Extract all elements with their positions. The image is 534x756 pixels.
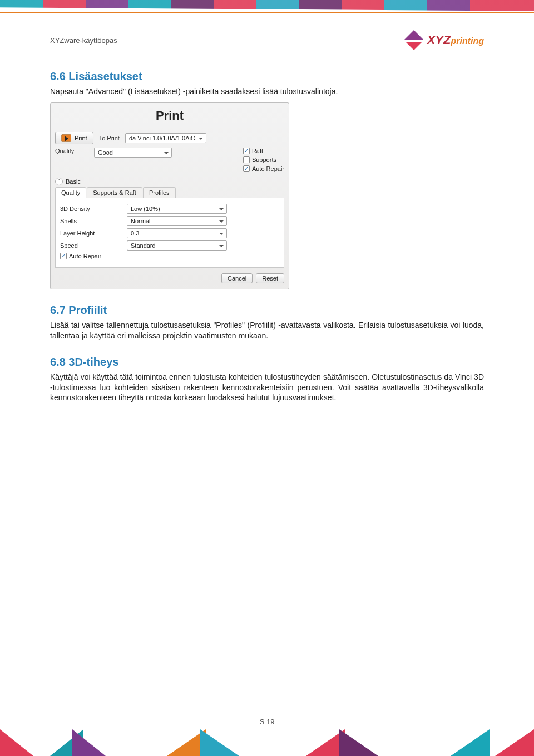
layer-height-select[interactable]: 0.3	[127, 228, 227, 238]
section-6-7-body: Lisää tai valitse tallennettuja tulostus…	[50, 320, 484, 341]
autorepair-label: Auto Repair	[252, 165, 284, 172]
checkbox-icon: ✓	[243, 165, 250, 172]
logo-text-main: XYZ	[427, 33, 451, 47]
printer-select[interactable]: da Vinci 1.0/1.0A/1.0AiO	[125, 133, 206, 143]
checkbox-icon: ✓	[243, 148, 250, 154]
checkbox-icon	[243, 156, 250, 163]
supports-checkbox[interactable]: Supports	[243, 156, 284, 163]
inner-autorepair-label: Auto Repair	[69, 253, 101, 259]
section-6-6-title: 6.6 Lisäasetukset	[50, 70, 484, 83]
section-6-6-body: Napsauta "Advanced" (Lisäasetukset) -pai…	[50, 86, 484, 97]
play-icon	[61, 134, 71, 142]
autorepair-checkbox[interactable]: ✓ Auto Repair	[243, 165, 284, 172]
raft-label: Raft	[252, 148, 263, 154]
shells-label: Shells	[60, 218, 127, 224]
chevron-up-icon: ˄	[55, 178, 63, 185]
decorative-bottom-strip	[0, 729, 534, 756]
print-dialog: Print Print To Print da Vinci 1.0/1.0A/1…	[50, 102, 289, 289]
speed-select[interactable]: Standard	[127, 240, 227, 251]
basic-toggle[interactable]: ˄ Basic	[55, 178, 284, 185]
section-6-8-title: 6.8 3D-tiheys	[50, 356, 484, 369]
quality-select[interactable]: Good	[94, 148, 172, 158]
logo-mark-icon	[404, 30, 424, 50]
density-label: 3D Density	[60, 205, 127, 212]
basic-label: Basic	[66, 178, 81, 185]
tab-profiles[interactable]: Profiles	[143, 187, 176, 198]
supports-label: Supports	[252, 156, 276, 163]
print-button-label: Print	[75, 135, 87, 141]
raft-checkbox[interactable]: ✓ Raft	[243, 148, 284, 154]
density-select[interactable]: Low (10%)	[127, 204, 227, 214]
speed-label: Speed	[60, 242, 127, 249]
cancel-button[interactable]: Cancel	[221, 273, 253, 283]
section-6-8-body: Käyttäjä voi käyttää tätä toimintoa enne…	[50, 372, 484, 404]
to-print-label: To Print	[99, 135, 120, 141]
tab-quality[interactable]: Quality	[55, 187, 86, 198]
tab-supports-raft[interactable]: Supports & Raft	[87, 187, 142, 198]
brand-logo: XYZprinting	[404, 30, 484, 50]
quality-label: Quality	[55, 148, 88, 154]
dialog-title: Print	[55, 106, 284, 129]
inner-autorepair-checkbox[interactable]: ✓ Auto Repair	[60, 253, 101, 259]
layer-height-label: Layer Height	[60, 230, 127, 237]
shells-select[interactable]: Normal	[127, 216, 227, 226]
print-button[interactable]: Print	[55, 132, 93, 144]
document-title: XYZware-käyttöopas	[50, 36, 117, 45]
decorative-top-strip	[0, 0, 534, 12]
page-number: S 19	[0, 718, 534, 726]
reset-button[interactable]: Reset	[256, 273, 284, 283]
checkbox-icon: ✓	[60, 253, 67, 259]
section-6-7-title: 6.7 Profiilit	[50, 304, 484, 317]
logo-text-suffix: printing	[451, 36, 484, 46]
